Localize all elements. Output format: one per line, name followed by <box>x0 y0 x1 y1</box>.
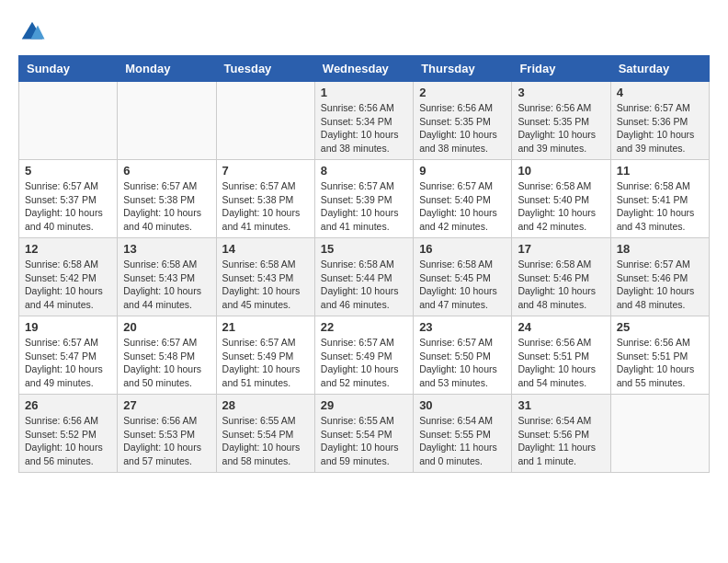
calendar-day-cell: 15Sunrise: 6:58 AM Sunset: 5:44 PM Dayli… <box>314 238 413 316</box>
weekday-header: Friday <box>512 56 610 82</box>
day-info: Sunrise: 6:56 AM Sunset: 5:35 PM Dayligh… <box>518 101 604 155</box>
calendar-day-cell: 23Sunrise: 6:57 AM Sunset: 5:50 PM Dayli… <box>414 316 512 395</box>
day-number: 25 <box>617 320 703 334</box>
day-number: 27 <box>123 398 210 412</box>
day-info: Sunrise: 6:57 AM Sunset: 5:40 PM Dayligh… <box>419 179 506 234</box>
day-info: Sunrise: 6:56 AM Sunset: 5:35 PM Dayligh… <box>419 101 506 155</box>
day-number: 12 <box>25 242 111 256</box>
weekday-header: Monday <box>118 56 216 82</box>
day-info: Sunrise: 6:56 AM Sunset: 5:53 PM Dayligh… <box>123 414 210 468</box>
day-info: Sunrise: 6:56 AM Sunset: 5:34 PM Dayligh… <box>321 101 407 155</box>
day-info: Sunrise: 6:58 AM Sunset: 5:43 PM Dayligh… <box>222 258 309 312</box>
calendar-day-cell: 28Sunrise: 6:55 AM Sunset: 5:54 PM Dayli… <box>216 395 314 473</box>
calendar-week-row: 1Sunrise: 6:56 AM Sunset: 5:34 PM Daylig… <box>19 82 710 160</box>
day-number: 24 <box>518 320 604 334</box>
day-info: Sunrise: 6:57 AM Sunset: 5:38 PM Dayligh… <box>123 179 210 234</box>
day-info: Sunrise: 6:57 AM Sunset: 5:36 PM Dayligh… <box>617 101 703 155</box>
day-number: 5 <box>25 164 111 178</box>
day-number: 18 <box>617 242 703 256</box>
calendar-day-cell: 27Sunrise: 6:56 AM Sunset: 5:53 PM Dayli… <box>118 395 216 473</box>
calendar-day-cell: 31Sunrise: 6:54 AM Sunset: 5:56 PM Dayli… <box>512 395 610 473</box>
day-info: Sunrise: 6:56 AM Sunset: 5:51 PM Dayligh… <box>518 336 604 390</box>
day-info: Sunrise: 6:57 AM Sunset: 5:39 PM Dayligh… <box>321 179 407 234</box>
day-info: Sunrise: 6:55 AM Sunset: 5:54 PM Dayligh… <box>222 414 309 468</box>
day-info: Sunrise: 6:58 AM Sunset: 5:45 PM Dayligh… <box>419 258 506 312</box>
calendar-day-cell: 29Sunrise: 6:55 AM Sunset: 5:54 PM Dayli… <box>314 395 413 473</box>
day-info: Sunrise: 6:56 AM Sunset: 5:51 PM Dayligh… <box>617 336 703 390</box>
day-info: Sunrise: 6:57 AM Sunset: 5:50 PM Dayligh… <box>419 336 506 390</box>
day-info: Sunrise: 6:57 AM Sunset: 5:46 PM Dayligh… <box>617 258 703 312</box>
weekday-header: Wednesday <box>314 56 413 82</box>
day-number: 29 <box>321 398 407 412</box>
day-info: Sunrise: 6:54 AM Sunset: 5:55 PM Dayligh… <box>419 414 506 468</box>
calendar-day-cell: 3Sunrise: 6:56 AM Sunset: 5:35 PM Daylig… <box>512 82 610 160</box>
weekday-header: Sunday <box>19 56 118 82</box>
calendar-day-cell: 8Sunrise: 6:57 AM Sunset: 5:39 PM Daylig… <box>314 160 413 238</box>
day-info: Sunrise: 6:57 AM Sunset: 5:38 PM Dayligh… <box>222 179 309 234</box>
day-number: 9 <box>419 164 506 178</box>
calendar-day-cell: 18Sunrise: 6:57 AM Sunset: 5:46 PM Dayli… <box>610 238 709 316</box>
day-info: Sunrise: 6:58 AM Sunset: 5:42 PM Dayligh… <box>25 258 111 312</box>
weekday-header: Tuesday <box>216 56 314 82</box>
day-number: 20 <box>123 320 210 334</box>
page-header <box>18 18 710 46</box>
calendar-day-cell <box>19 82 118 160</box>
calendar-day-cell: 21Sunrise: 6:57 AM Sunset: 5:49 PM Dayli… <box>216 316 314 395</box>
calendar-day-cell: 7Sunrise: 6:57 AM Sunset: 5:38 PM Daylig… <box>216 160 314 238</box>
calendar-table: SundayMondayTuesdayWednesdayThursdayFrid… <box>18 55 710 473</box>
calendar-week-row: 12Sunrise: 6:58 AM Sunset: 5:42 PM Dayli… <box>19 238 710 316</box>
day-number: 31 <box>518 398 604 412</box>
calendar-day-cell: 24Sunrise: 6:56 AM Sunset: 5:51 PM Dayli… <box>512 316 610 395</box>
day-number: 22 <box>321 320 407 334</box>
calendar-day-cell <box>610 395 709 473</box>
calendar-day-cell: 26Sunrise: 6:56 AM Sunset: 5:52 PM Dayli… <box>19 395 118 473</box>
day-number: 17 <box>518 242 604 256</box>
day-number: 10 <box>518 164 604 178</box>
calendar-day-cell: 17Sunrise: 6:58 AM Sunset: 5:46 PM Dayli… <box>512 238 610 316</box>
day-number: 28 <box>222 398 309 412</box>
calendar-day-cell: 12Sunrise: 6:58 AM Sunset: 5:42 PM Dayli… <box>19 238 118 316</box>
day-info: Sunrise: 6:58 AM Sunset: 5:43 PM Dayligh… <box>123 258 210 312</box>
calendar-week-row: 5Sunrise: 6:57 AM Sunset: 5:37 PM Daylig… <box>19 160 710 238</box>
calendar-day-cell: 25Sunrise: 6:56 AM Sunset: 5:51 PM Dayli… <box>610 316 709 395</box>
weekday-header: Saturday <box>610 56 709 82</box>
day-number: 3 <box>518 86 604 99</box>
day-number: 1 <box>321 86 407 99</box>
day-number: 14 <box>222 242 309 256</box>
calendar-day-cell: 1Sunrise: 6:56 AM Sunset: 5:34 PM Daylig… <box>314 82 413 160</box>
logo <box>18 18 50 46</box>
day-info: Sunrise: 6:57 AM Sunset: 5:49 PM Dayligh… <box>222 336 309 390</box>
day-number: 26 <box>25 398 111 412</box>
calendar-day-cell: 16Sunrise: 6:58 AM Sunset: 5:45 PM Dayli… <box>414 238 512 316</box>
day-info: Sunrise: 6:54 AM Sunset: 5:56 PM Dayligh… <box>518 414 604 468</box>
calendar-week-row: 26Sunrise: 6:56 AM Sunset: 5:52 PM Dayli… <box>19 395 710 473</box>
calendar-day-cell: 10Sunrise: 6:58 AM Sunset: 5:40 PM Dayli… <box>512 160 610 238</box>
day-number: 2 <box>419 86 506 99</box>
calendar-day-cell: 6Sunrise: 6:57 AM Sunset: 5:38 PM Daylig… <box>118 160 216 238</box>
calendar-day-cell: 30Sunrise: 6:54 AM Sunset: 5:55 PM Dayli… <box>414 395 512 473</box>
day-number: 16 <box>419 242 506 256</box>
day-info: Sunrise: 6:57 AM Sunset: 5:48 PM Dayligh… <box>123 336 210 390</box>
day-info: Sunrise: 6:58 AM Sunset: 5:44 PM Dayligh… <box>321 258 407 312</box>
calendar-day-cell <box>216 82 314 160</box>
day-number: 6 <box>123 164 210 178</box>
day-number: 23 <box>419 320 506 334</box>
day-number: 11 <box>617 164 703 178</box>
day-info: Sunrise: 6:56 AM Sunset: 5:52 PM Dayligh… <box>25 414 111 468</box>
day-info: Sunrise: 6:57 AM Sunset: 5:49 PM Dayligh… <box>321 336 407 390</box>
day-number: 7 <box>222 164 309 178</box>
calendar-day-cell: 5Sunrise: 6:57 AM Sunset: 5:37 PM Daylig… <box>19 160 118 238</box>
calendar-day-cell: 11Sunrise: 6:58 AM Sunset: 5:41 PM Dayli… <box>610 160 709 238</box>
day-number: 8 <box>321 164 407 178</box>
day-number: 30 <box>419 398 506 412</box>
day-info: Sunrise: 6:58 AM Sunset: 5:40 PM Dayligh… <box>518 179 604 234</box>
day-number: 21 <box>222 320 309 334</box>
day-number: 13 <box>123 242 210 256</box>
day-info: Sunrise: 6:58 AM Sunset: 5:41 PM Dayligh… <box>617 179 703 234</box>
day-info: Sunrise: 6:58 AM Sunset: 5:46 PM Dayligh… <box>518 258 604 312</box>
calendar-day-cell: 14Sunrise: 6:58 AM Sunset: 5:43 PM Dayli… <box>216 238 314 316</box>
day-number: 19 <box>25 320 111 334</box>
calendar-week-row: 19Sunrise: 6:57 AM Sunset: 5:47 PM Dayli… <box>19 316 710 395</box>
day-info: Sunrise: 6:57 AM Sunset: 5:47 PM Dayligh… <box>25 336 111 390</box>
logo-icon <box>18 18 46 46</box>
